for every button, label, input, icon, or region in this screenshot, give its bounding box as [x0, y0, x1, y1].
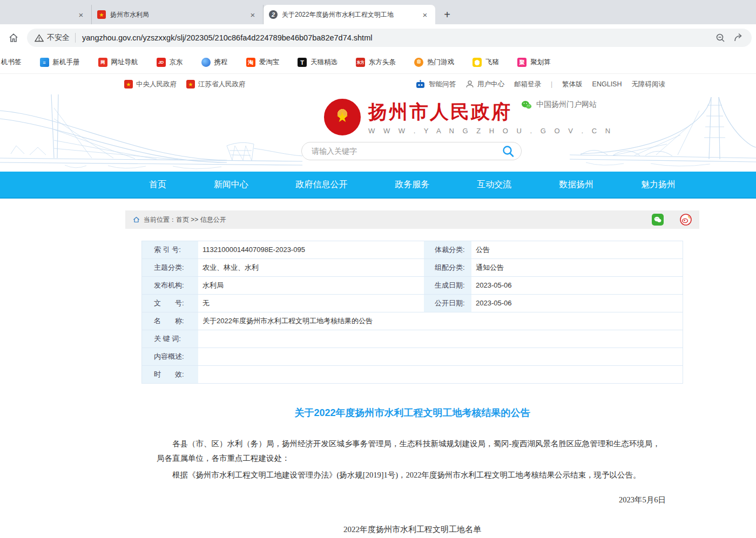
link-english[interactable]: ENGLISH: [592, 80, 622, 88]
table-row: 文 号: 无 公开日期: 2023-05-06: [142, 295, 683, 312]
tmall-icon: T: [298, 58, 307, 67]
meta-value: [198, 330, 683, 348]
bookmark-phone-bookmarks[interactable]: 机书签: [1, 58, 22, 67]
table-row: 主题分类: 农业、林业、水利 组配分类: 通知公告: [142, 259, 683, 277]
divider: |: [551, 80, 552, 88]
site-favicon-icon: 2: [269, 10, 278, 19]
site-url-text: W W W . Y A N G Z H O U . G O V . C N: [368, 127, 613, 135]
bookmark-manual[interactable]: ≡新机手册: [40, 58, 80, 67]
link-central-gov[interactable]: ★中央人民政府: [124, 80, 177, 89]
meta-value: 关于2022年度扬州市水利工程文明工地考核结果的公告: [198, 312, 683, 330]
warning-icon: [35, 34, 44, 42]
search-box: [301, 142, 522, 160]
emblem-icon: ★: [124, 80, 133, 88]
bookmark-label: 聚划算: [530, 58, 551, 67]
home-button[interactable]: [4, 29, 23, 47]
jd-icon: JD: [157, 58, 166, 67]
bookmark-dongfang[interactable]: 东方东方头条: [356, 58, 396, 67]
zoom-out-icon: [715, 32, 726, 43]
weibo-share-button[interactable]: [680, 214, 692, 226]
meta-label: 发布机构:: [142, 277, 198, 294]
url-text[interactable]: yangzhou.gov.cn/yzszxxgk/slj/202305/210c…: [82, 33, 707, 42]
gov-top-links: ★中央人民政府 ★江苏省人民政府 智能问答 用户中心 邮箱登录 | 繁体版 EN…: [0, 74, 756, 94]
article-list-title: 2022年度扬州市水利工程文明工地名单: [125, 525, 699, 535]
meta-label: 体裁分类:: [424, 241, 471, 258]
bookmark-ctrip[interactable]: 携程: [201, 58, 228, 67]
page-content: 当前位置：首页 >> 信息公开 索 引 号: 11321000014407098…: [125, 210, 699, 535]
link-label: 用户中心: [477, 80, 504, 89]
nav-services[interactable]: 政务服务: [395, 179, 429, 190]
close-icon[interactable]: ×: [420, 10, 430, 19]
meta-label: 索 引 号:: [142, 241, 198, 258]
meta-value: [198, 366, 683, 383]
security-label[interactable]: 不安全: [47, 33, 70, 43]
bookmark-taobao[interactable]: 淘爱淘宝: [246, 58, 280, 67]
bookmark-games[interactable]: 热门游戏: [414, 58, 454, 67]
bookmark-label: 携程: [214, 58, 228, 67]
article-paragraph: 根据《扬州市水利工程文明工地建设管理办法》(扬水规[2019]1号)，2022年…: [157, 468, 666, 482]
link-mail-login[interactable]: 邮箱登录: [514, 80, 541, 89]
meta-value: 水利局: [198, 277, 424, 294]
nav-data[interactable]: 数据扬州: [559, 179, 593, 190]
table-row: 索 引 号: 11321000014407098E-2023-095 体裁分类:…: [142, 241, 683, 259]
portal-label: 中国扬州门户网站: [536, 100, 597, 110]
article-title: 关于2022年度扬州市水利工程文明工地考核结果的公告: [125, 406, 699, 419]
nav-news[interactable]: 新闻中心: [214, 179, 248, 190]
close-icon[interactable]: ×: [76, 10, 86, 19]
bookmark-label: 爱淘宝: [259, 58, 280, 67]
user-icon: [465, 80, 474, 88]
divider: [75, 33, 76, 43]
tab-first-partial[interactable]: ×: [0, 5, 92, 24]
link-label: 邮箱登录: [514, 80, 541, 89]
bookmark-jd[interactable]: JD京东: [157, 58, 183, 67]
search-icon[interactable]: [502, 145, 515, 158]
home-icon: [8, 32, 19, 43]
close-icon[interactable]: ×: [248, 10, 258, 19]
meta-value: 无: [198, 295, 424, 312]
tab-active-announcement[interactable]: 2 关于2022年度扬州市水利工程文明工地 ×: [264, 5, 435, 24]
meta-label: 文 号:: [142, 295, 198, 312]
nav-home[interactable]: 首页: [149, 179, 166, 190]
robot-icon: [415, 80, 426, 89]
share-button[interactable]: [733, 32, 744, 43]
link-smart-qa[interactable]: 智能问答: [415, 80, 456, 89]
table-row: 名 称: 关于2022年度扬州市水利工程文明工地考核结果的公告: [142, 312, 683, 330]
nav-info-disclosure[interactable]: 政府信息公开: [296, 179, 348, 190]
wechat-share-button[interactable]: [652, 214, 664, 226]
search-input[interactable]: [312, 147, 502, 155]
national-emblem-icon: ★: [324, 99, 361, 135]
bookmark-tmall[interactable]: T天猫精选: [298, 58, 338, 67]
bookmark-juhuasuan[interactable]: 聚聚划算: [517, 58, 551, 67]
nav-charm[interactable]: 魅力扬州: [641, 179, 676, 190]
bookmark-fliggy[interactable]: 飞猪: [473, 58, 499, 67]
home-small-icon: [133, 216, 140, 223]
meta-label: 主题分类:: [142, 259, 198, 276]
link-label: ENGLISH: [592, 80, 622, 88]
wechat-icon: [521, 100, 532, 110]
table-row: 发布机构: 水利局 生成日期: 2023-05-06: [142, 277, 683, 295]
link-accessibility[interactable]: 无障碍阅读: [632, 80, 666, 89]
link-user-center[interactable]: 用户中心: [465, 80, 504, 89]
new-tab-button[interactable]: +: [440, 7, 455, 22]
tab-strip: × ★ 扬州市水利局 × 2 关于2022年度扬州市水利工程文明工地 × +: [0, 0, 756, 24]
zoom-out-button[interactable]: [715, 32, 726, 43]
taobao-icon: 淘: [246, 58, 255, 67]
meta-label: 名 称:: [142, 312, 198, 330]
dongfang-icon: 东方: [356, 58, 365, 67]
bookmark-nav-site[interactable]: 网网址导航: [98, 58, 138, 67]
breadcrumb[interactable]: 当前位置：首页 >> 信息公开: [144, 215, 226, 224]
meta-label: 组配分类:: [424, 259, 471, 276]
meta-value: 11321000014407098E-2023-095: [198, 241, 424, 258]
breadcrumb-bar: 当前位置：首页 >> 信息公开: [125, 210, 699, 229]
nav-interaction[interactable]: 互动交流: [477, 179, 511, 190]
link-traditional[interactable]: 繁体版: [562, 80, 583, 89]
bookmarks-bar: 机书签 ≡新机手册 网网址导航 JD京东 携程 淘爱淘宝 T天猫精选 东方东方头…: [0, 51, 756, 74]
omnibox[interactable]: 不安全 yangzhou.gov.cn/yzszxxgk/slj/202305/…: [27, 29, 752, 47]
tab-title: 扬州市水利局: [110, 10, 149, 19]
link-jiangsu-gov[interactable]: ★江苏省人民政府: [186, 80, 246, 89]
tab-shuiliju[interactable]: ★ 扬州市水利局 ×: [92, 5, 264, 24]
link-label: 智能问答: [429, 80, 456, 89]
link-label: 中央人民政府: [136, 80, 177, 89]
bookmark-label: 京东: [170, 58, 183, 67]
portal-badge[interactable]: 中国扬州门户网站: [521, 100, 597, 110]
